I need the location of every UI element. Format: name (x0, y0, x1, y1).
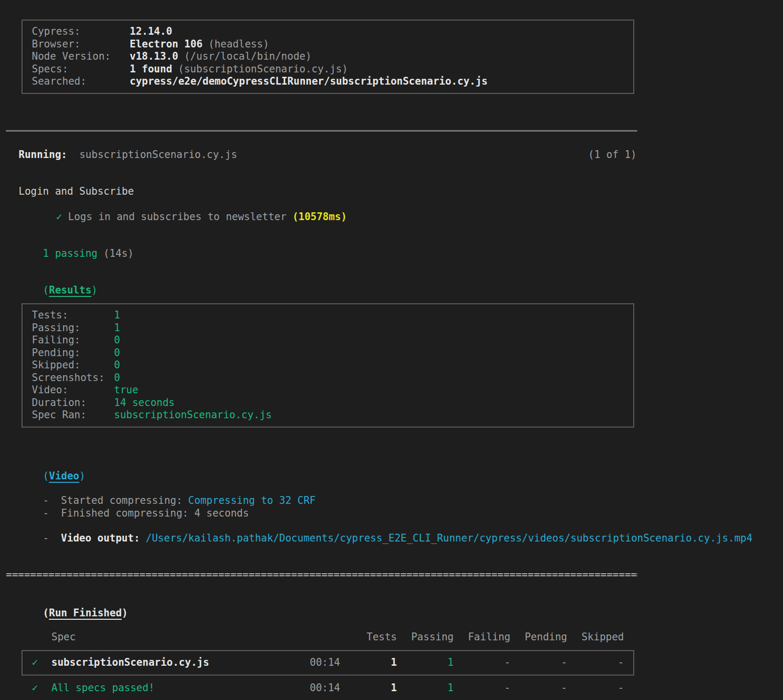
check-icon: ✓ (32, 656, 51, 669)
result-value: 1 (114, 309, 120, 321)
paren-open: ( (43, 607, 49, 619)
running-line: Running:subscriptionScenario.cy.js (1 of… (19, 149, 637, 161)
info-label: Node Version: (32, 50, 130, 63)
test-duration: (10578ms) (292, 211, 347, 223)
paren-close: ) (79, 470, 85, 482)
dash-bullet: - (43, 507, 61, 520)
header-duration-spacer (283, 631, 340, 644)
row-tests: 1 (340, 682, 397, 695)
row-spec-name: subscriptionScenario.cy.js (51, 656, 283, 669)
row-failing: - (454, 656, 510, 669)
results-label: Results (49, 284, 92, 296)
result-row-tests: Tests:1 (32, 309, 633, 322)
paren-open: ( (43, 284, 49, 296)
compress-value: 4 seconds (194, 507, 249, 519)
header-failing: Failing (454, 631, 510, 644)
check-icon: ✓ (32, 682, 51, 695)
info-row-browser: Browser:Electron 106(headless) (32, 38, 633, 51)
passing-time: (14s) (103, 248, 134, 259)
paren-close: ) (122, 607, 128, 619)
result-row-screenshots: Screenshots:0 (32, 372, 633, 384)
row-skipped: - (567, 682, 624, 695)
info-label: Searched: (32, 75, 130, 88)
summary-table-header: Spec Tests Passing Failing Pending Skipp… (22, 631, 634, 644)
result-row-specran: Spec Ran:subscriptionScenario.cy.js (32, 409, 633, 422)
result-row-video: Video:true (32, 384, 633, 397)
compress-label: Finished compressing: (61, 507, 188, 519)
result-label: Failing: (32, 334, 114, 347)
row-passing: 1 (397, 656, 454, 669)
result-value: 14 seconds (114, 397, 175, 408)
info-row-searched: Searched:cypress/e2e/demoCypressCLIRunne… (32, 75, 633, 88)
info-row-node: Node Version:v18.13.0(/usr/local/bin/nod… (32, 50, 633, 63)
result-value: 0 (114, 334, 120, 346)
test-result-line: ✓Logs in and subscribes to newsletter(10… (32, 198, 347, 236)
result-row-failing: Failing:0 (32, 334, 633, 347)
info-row-cypress: Cypress:12.14.0 (32, 25, 633, 38)
video-output-path: /Users/kailash.pathak/Documents/cypress_… (146, 532, 753, 544)
running-counter: (1 of 1) (588, 149, 637, 161)
run-finished-heading: (Run Finished) (19, 594, 128, 632)
video-output-label: Video output: (61, 532, 140, 544)
paren-open: ( (43, 470, 49, 482)
video-label: Video (49, 470, 79, 482)
info-value: v18.13.0 (130, 50, 178, 62)
result-label: Screenshots: (32, 372, 114, 384)
row-duration: 00:14 (283, 656, 340, 669)
info-label: Specs: (32, 63, 130, 76)
result-row-passing: Passing:1 (32, 322, 633, 335)
running-spec: subscriptionScenario.cy.js (79, 149, 237, 160)
result-value: 0 (114, 372, 120, 384)
result-row-duration: Duration:14 seconds (32, 397, 633, 409)
result-label: Pending: (32, 347, 114, 360)
result-value: 1 (114, 322, 120, 334)
info-value: 1 found (130, 63, 172, 75)
all-specs-passed-row: ✓ All specs passed! 00:14 1 1 - - - (22, 682, 634, 695)
terminal-window: Cypress:12.14.0 Browser:Electron 106(hea… (0, 0, 783, 700)
row-failing: - (454, 682, 510, 695)
row-skipped: - (567, 656, 624, 669)
info-label: Browser: (32, 38, 130, 51)
results-panel: Tests:1 Passing:1 Failing:0 Pending:0 Sk… (22, 303, 634, 428)
row-pending: - (510, 682, 567, 695)
row-pending: - (510, 656, 567, 669)
video-output-line: -Video output:/Users/kailash.pathak/Docu… (19, 519, 753, 557)
header-passing: Passing (397, 631, 454, 644)
header-skipped: Skipped (567, 631, 624, 644)
result-row-pending: Pending:0 (32, 347, 633, 360)
result-value: true (114, 384, 138, 396)
result-row-skipped: Skipped:0 (32, 359, 633, 372)
run-finished-label: Run Finished (49, 607, 122, 619)
info-note: (headless) (208, 38, 269, 50)
info-note: (subscriptionScenario.cy.js) (178, 63, 348, 75)
summary-table-row: ✓ subscriptionScenario.cy.js 00:14 1 1 -… (22, 650, 634, 676)
row-tests: 1 (340, 656, 397, 669)
check-icon: ✓ (56, 211, 62, 223)
result-label: Duration: (32, 397, 114, 409)
section-divider (6, 130, 637, 132)
info-row-specs: Specs:1 found(subscriptionScenario.cy.js… (32, 63, 633, 76)
info-value: Electron 106 (130, 38, 203, 50)
suite-title: Login and Subscribe (19, 185, 134, 198)
header-spec: Spec (51, 631, 283, 644)
row-passing: 1 (397, 682, 454, 695)
passing-summary: 1 passing(14s) (19, 235, 134, 272)
result-label: Skipped: (32, 359, 114, 372)
equals-divider: ========================================… (6, 569, 638, 582)
info-note: (/usr/local/bin/node) (184, 50, 311, 62)
result-value: 0 (114, 347, 120, 359)
dash-bullet: - (43, 532, 61, 545)
result-label: Video: (32, 384, 114, 397)
spec-info-panel: Cypress:12.14.0 Browser:Electron 106(hea… (22, 20, 634, 94)
test-name: Logs in and subscribes to newsletter (68, 211, 286, 223)
info-value: cypress/e2e/demoCypressCLIRunner/subscri… (130, 75, 488, 87)
header-check-spacer (32, 631, 51, 644)
result-label: Tests: (32, 309, 114, 322)
header-pending: Pending (510, 631, 567, 644)
result-label: Passing: (32, 322, 114, 335)
running-left: Running:subscriptionScenario.cy.js (19, 149, 237, 161)
running-label: Running: (19, 149, 67, 160)
result-value: 0 (114, 359, 120, 371)
paren-close: ) (92, 284, 97, 296)
info-value: 12.14.0 (130, 25, 172, 37)
